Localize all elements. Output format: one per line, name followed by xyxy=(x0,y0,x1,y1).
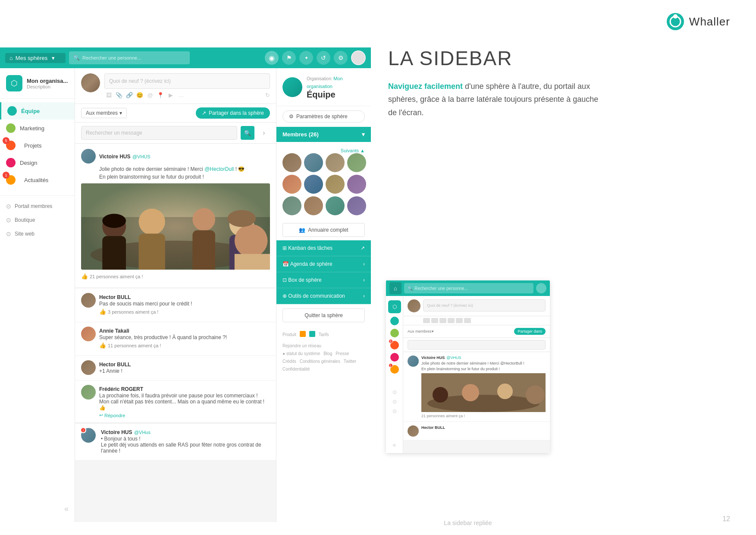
member-avatar-4 xyxy=(347,153,366,172)
footer-produit[interactable]: Produit xyxy=(282,331,296,339)
small-actualites-dot[interactable]: 1 xyxy=(390,365,399,374)
home-nav-button[interactable]: ⌂ Mes sphères ▾ xyxy=(5,53,66,63)
org-label: Organisation: xyxy=(307,76,333,81)
post-refresh-icon[interactable]: ↻ xyxy=(265,92,270,98)
footer-rejoindre[interactable]: Rejoindre un réseau xyxy=(282,342,321,350)
small-siteweb-icon[interactable]: ⊙ xyxy=(392,408,397,414)
quitter-button[interactable]: Quitter la sphère xyxy=(282,308,365,322)
small-victoire-avatar xyxy=(408,356,419,367)
design-label: Design xyxy=(20,160,37,166)
svg-rect-7 xyxy=(102,236,126,270)
reply-link[interactable]: ↩ Répondre xyxy=(99,412,270,418)
nav-search-input[interactable]: 🔍 Rechercher une personne... xyxy=(69,51,190,64)
small-home-btn[interactable]: ⌂ xyxy=(389,282,402,294)
footer-credits[interactable]: Crédits xyxy=(282,358,296,365)
settings-icon: ⚙ xyxy=(338,54,344,61)
sidebar-item-equipe[interactable]: Équipe xyxy=(0,102,75,120)
outils-action[interactable]: ⊕ Outils de communication › xyxy=(276,288,371,304)
sidebar-link-boutique[interactable]: ⊙ Boutique xyxy=(0,213,75,227)
tool-at-icon[interactable]: @ xyxy=(146,91,154,98)
sidebar-item-projets[interactable]: 5 Projets xyxy=(0,137,75,154)
member-avatar-12 xyxy=(347,196,366,215)
small-tool-4[interactable] xyxy=(448,318,455,323)
design-bullet xyxy=(6,158,16,167)
agenda-action[interactable]: 📅 Agenda de sphère › xyxy=(276,256,371,272)
nav-refresh-button[interactable]: ↺ xyxy=(317,51,330,65)
search-messages-input[interactable]: Rechercher un message xyxy=(81,126,237,140)
footer-cg[interactable]: Conditions générales xyxy=(300,358,340,365)
small-search[interactable]: 🔍 Rechercher une personne... xyxy=(404,283,533,293)
sidebar-link-siteweb[interactable]: ⊙ Site web xyxy=(0,227,75,241)
footer-links-row-4: Confidentialité xyxy=(282,365,365,373)
audience-selector[interactable]: Aux membres ▾ xyxy=(81,108,127,118)
small-org-icon[interactable]: ⬡ xyxy=(388,300,401,313)
small-share-button[interactable]: Partager dans xyxy=(514,328,546,335)
nav-user-avatar[interactable] xyxy=(351,50,366,65)
tool-video-icon[interactable]: ▶ xyxy=(166,91,175,98)
tool-image-icon[interactable]: 🖼 xyxy=(104,91,113,98)
share-sphere-button[interactable]: ↗ Partager dans la sphère xyxy=(196,107,270,119)
svg-point-23 xyxy=(526,385,545,404)
small-tool-3[interactable] xyxy=(439,318,446,323)
footer-blog[interactable]: Blog xyxy=(323,350,332,358)
refresh-icon: ↺ xyxy=(321,54,326,61)
small-boutique-icon[interactable]: ⊙ xyxy=(392,399,397,405)
tool-location-icon[interactable]: 📍 xyxy=(156,91,165,98)
post-text-input[interactable]: Quoi de neuf ? (écrivez ici) xyxy=(104,73,270,89)
small-tool-6[interactable] xyxy=(464,318,471,323)
small-marketing-dot[interactable] xyxy=(390,329,399,337)
nav-settings-button[interactable]: ⚙ xyxy=(334,51,348,65)
footer-tarifs[interactable]: Tarifs xyxy=(319,331,329,339)
sidebar-item-design[interactable]: Design xyxy=(0,154,75,171)
suivants-label[interactable]: Suivants ▲ xyxy=(282,148,365,153)
tool-more-icon[interactable]: … xyxy=(177,91,185,98)
footer-twitter[interactable]: Twitter xyxy=(344,358,356,365)
logo-text: Whaller xyxy=(689,15,730,28)
small-post-input[interactable]: Quoi de neuf ? (écrivez ici) xyxy=(423,299,546,312)
small-tool-1[interactable] xyxy=(423,318,430,323)
search-expand-button[interactable]: › xyxy=(258,127,270,139)
sidebar-item-marketing[interactable]: Marketing xyxy=(0,120,75,137)
small-collapse-icon[interactable]: « xyxy=(393,441,396,448)
feed: Victoire HUS @VHUS Jolie photo de notre … xyxy=(75,144,276,522)
text-panel: LA SIDEBAR Naviguez facilement d'une sph… xyxy=(388,47,604,119)
sidebar-divider xyxy=(0,195,75,196)
small-design-dot[interactable] xyxy=(390,353,399,362)
small-sphere-btn[interactable] xyxy=(536,283,546,293)
tool-link-icon[interactable]: 🔗 xyxy=(125,91,134,98)
tool-file-icon[interactable]: 📎 xyxy=(115,91,123,98)
small-projets-dot[interactable]: 5 xyxy=(390,341,399,349)
nav-flag-button[interactable]: ⚑ xyxy=(282,51,296,65)
collapse-button[interactable]: « xyxy=(64,504,69,513)
svg-rect-15 xyxy=(235,254,270,270)
small-tool-2[interactable] xyxy=(431,318,438,323)
kanban-action[interactable]: ⊞ Kanban des tâches ↗ xyxy=(276,240,371,256)
sidebar-item-actualites[interactable]: 1 Actualités xyxy=(0,171,75,189)
small-portail-icon[interactable]: ⊙ xyxy=(392,389,397,395)
small-equipe-dot[interactable] xyxy=(390,317,399,325)
tool-emoji-icon[interactable]: 😊 xyxy=(135,91,144,98)
sphere-params-button[interactable]: ⚙ Paramètres de sphère xyxy=(282,110,365,123)
frederic-author: Frédéric ROGERT xyxy=(99,386,143,392)
sidebar-link-portail[interactable]: ⊙ Portail membres xyxy=(0,199,75,213)
box-action[interactable]: ⊡ Box de sphère › xyxy=(276,272,371,288)
footer-confidentialite[interactable]: Confidentialité xyxy=(282,365,310,373)
footer-statut[interactable]: ● statut du système xyxy=(282,350,320,358)
search-messages-button[interactable]: 🔍 xyxy=(241,126,254,140)
small-search-input[interactable] xyxy=(408,340,546,349)
nav-add-sphere-button[interactable]: ✦ xyxy=(299,51,313,65)
member-avatar-10 xyxy=(304,196,323,215)
svg-rect-11 xyxy=(192,230,215,270)
share-label: Partager dans la sphère xyxy=(209,110,264,116)
members-section-header[interactable]: Membres (26) ▾ xyxy=(276,127,371,142)
small-sidebar: ⬡ 5 1 ⊙ ⊙ ⊙ « xyxy=(386,296,403,453)
nav-sphere-button[interactable]: ◉ xyxy=(265,51,279,65)
small-tool-5[interactable] xyxy=(456,318,463,323)
footer-presse[interactable]: Presse xyxy=(336,350,349,358)
annuaire-button[interactable]: 👥 Annuaire complet xyxy=(282,223,365,237)
small-post-avatar xyxy=(408,299,420,312)
svg-point-17 xyxy=(227,210,256,227)
expand-icon: › xyxy=(263,129,265,137)
sphere-icon: ◉ xyxy=(269,54,275,62)
member-avatar-2 xyxy=(304,153,323,172)
